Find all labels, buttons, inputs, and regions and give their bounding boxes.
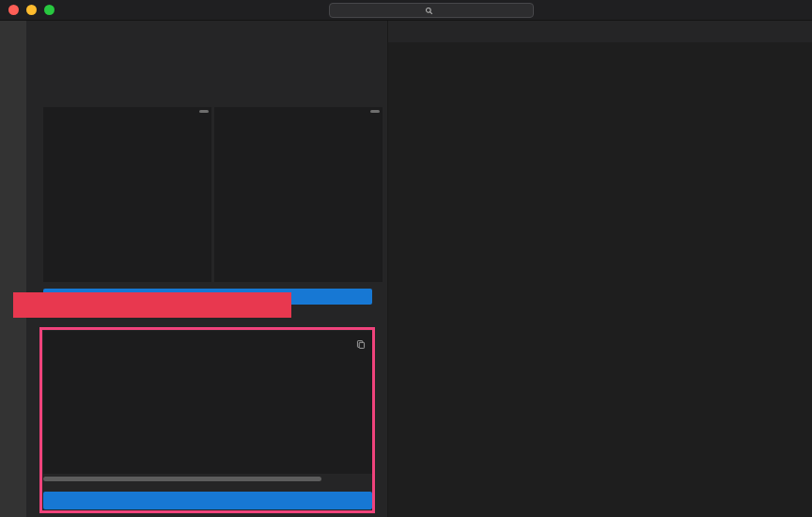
window-controls [8, 5, 55, 15]
command-center[interactable] [329, 3, 534, 18]
annotation-label [13, 292, 291, 318]
code-comparison [43, 107, 383, 282]
detected-function-panel [214, 107, 383, 282]
close-window-button[interactable] [8, 5, 19, 15]
selected-text-chip [199, 110, 209, 113]
horizontal-scrollbar[interactable] [43, 477, 321, 481]
activity-bar [0, 21, 26, 517]
minimize-window-button[interactable] [26, 5, 37, 15]
sidebar-header [26, 21, 387, 43]
editor-group [387, 21, 812, 517]
title-bar [0, 0, 812, 21]
breadcrumbs [388, 42, 812, 57]
run-test-button[interactable] [43, 492, 372, 509]
detected-function-chip [370, 110, 380, 113]
tab-bar [388, 21, 812, 42]
selected-text-panel [43, 107, 211, 282]
copy-icon[interactable] [356, 337, 366, 353]
maximize-window-button[interactable] [44, 5, 55, 15]
sidebar [26, 21, 387, 517]
generated-test-block [43, 331, 372, 474]
search-icon [425, 7, 433, 15]
